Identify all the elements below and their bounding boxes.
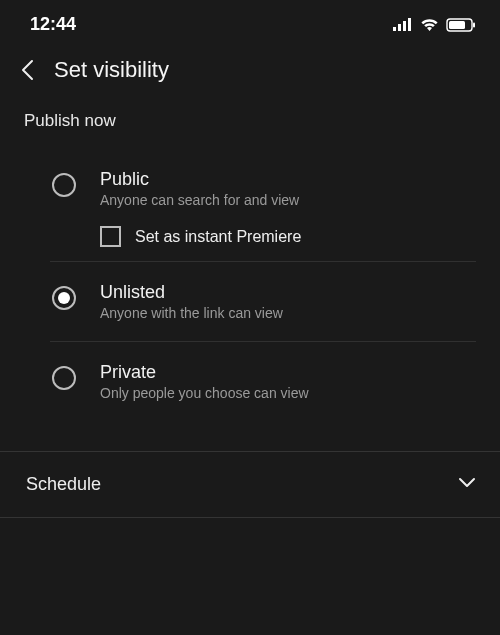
status-time: 12:44 bbox=[30, 14, 76, 35]
option-private-desc: Only people you choose can view bbox=[100, 385, 476, 401]
svg-rect-1 bbox=[398, 24, 401, 31]
page-title: Set visibility bbox=[54, 57, 169, 83]
chevron-down-icon bbox=[458, 477, 474, 493]
option-unlisted[interactable]: Unlisted Anyone with the link can view bbox=[0, 262, 500, 341]
premiere-checkbox[interactable] bbox=[100, 226, 121, 247]
option-private[interactable]: Private Only people you choose can view bbox=[0, 342, 500, 421]
option-public-desc: Anyone can search for and view bbox=[100, 192, 476, 208]
option-private-title: Private bbox=[100, 362, 476, 383]
radio-public[interactable] bbox=[52, 173, 76, 197]
wifi-icon bbox=[420, 18, 439, 32]
radio-private[interactable] bbox=[52, 366, 76, 390]
option-unlisted-title: Unlisted bbox=[100, 282, 476, 303]
battery-icon bbox=[446, 18, 476, 32]
svg-rect-0 bbox=[393, 27, 396, 31]
svg-rect-6 bbox=[473, 22, 475, 27]
premiere-row[interactable]: Set as instant Premiere bbox=[100, 226, 476, 247]
cellular-icon bbox=[393, 18, 413, 31]
schedule-row[interactable]: Schedule bbox=[0, 451, 500, 518]
radio-unlisted[interactable] bbox=[52, 286, 76, 310]
back-icon[interactable] bbox=[18, 61, 36, 79]
visibility-options: Public Anyone can search for and view Se… bbox=[0, 149, 500, 421]
schedule-label: Schedule bbox=[26, 474, 101, 495]
status-bar: 12:44 bbox=[0, 0, 500, 43]
svg-rect-3 bbox=[408, 18, 411, 31]
svg-rect-2 bbox=[403, 21, 406, 31]
svg-rect-5 bbox=[449, 21, 465, 29]
option-public[interactable]: Public Anyone can search for and view Se… bbox=[0, 149, 500, 261]
status-indicators bbox=[393, 18, 476, 32]
premiere-label: Set as instant Premiere bbox=[135, 228, 301, 246]
header: Set visibility bbox=[0, 43, 500, 105]
option-unlisted-desc: Anyone with the link can view bbox=[100, 305, 476, 321]
option-public-title: Public bbox=[100, 169, 476, 190]
section-publish-now: Publish now bbox=[0, 105, 500, 149]
